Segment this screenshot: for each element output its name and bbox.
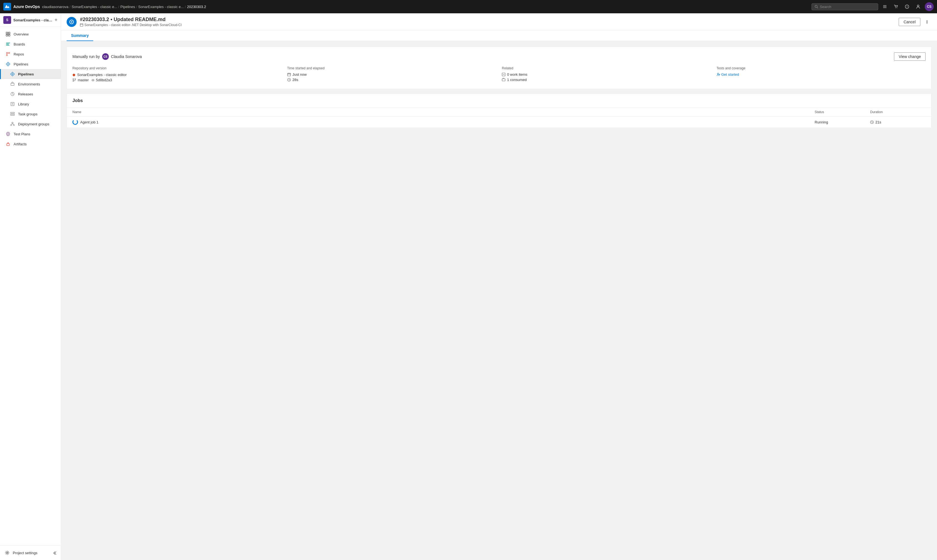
consumed-icon [502, 78, 505, 82]
pipelines-sub-icon [10, 71, 15, 77]
svg-point-40 [7, 552, 8, 554]
get-started-link[interactable]: Get started [717, 72, 739, 77]
svg-point-49 [73, 81, 74, 82]
sidebar-item-environments[interactable]: Environments [0, 79, 61, 89]
svg-rect-54 [288, 73, 291, 76]
jobs-card: Jobs Name Status Duration Agent job 1 Ru… [66, 94, 931, 128]
azure-devops-title: Azure DevOps [13, 5, 40, 9]
sidebar-item-repos[interactable]: Repos [0, 49, 61, 59]
overview-icon [5, 31, 11, 37]
commit-hash: 5d8bd2a3 [96, 78, 112, 82]
branch-row: master 5d8bd2a3 [72, 78, 282, 82]
sidebar-item-testplans[interactable]: Test Plans [0, 129, 61, 139]
tabs-bar: Summary [61, 31, 937, 41]
more-button[interactable] [923, 17, 931, 26]
svg-point-44 [927, 20, 928, 21]
sidebar-item-pipelines[interactable]: Pipelines [0, 59, 61, 69]
sidebar-item-pipelines-sub[interactable]: Pipelines [0, 69, 61, 79]
info-card-header: Manually run by CS Claudia Sonarova View… [72, 52, 926, 61]
page-title-area: #20230303.2 • Updated README.md SonarExa… [80, 17, 895, 27]
add-project-icon[interactable]: + [54, 17, 57, 23]
col-duration-header: Duration [870, 110, 926, 114]
search-input[interactable] [820, 5, 875, 9]
repo-diamond-icon: ◆ [72, 72, 76, 77]
collapse-icon[interactable] [52, 551, 56, 555]
search-box[interactable] [812, 3, 878, 10]
col-name-header: Name [72, 110, 815, 114]
duration-clock-icon [870, 120, 874, 124]
breadcrumb-pipeline[interactable]: SonarExamples - classic e... [138, 5, 184, 9]
sidebar-project[interactable]: S SonarExamples - clas... + [0, 13, 61, 27]
sep2: / [118, 5, 119, 9]
job-duration-text: 21s [875, 120, 881, 124]
sidebar-item-boards-label: Boards [14, 42, 25, 46]
info-grid: Repository and version ◆ SonarExamples -… [72, 66, 926, 83]
repo-col-title: Repository and version [72, 66, 282, 70]
sidebar-item-boards[interactable]: Boards [0, 39, 61, 49]
run-subtitle: SonarExamples - classic editor-.NET Desk… [84, 23, 182, 27]
job-name-cell[interactable]: Agent job 1 [72, 119, 815, 125]
view-change-button[interactable]: View change [894, 52, 926, 61]
help-icon-btn[interactable]: ? [903, 2, 911, 11]
svg-point-23 [8, 63, 9, 65]
sidebar-item-artifacts[interactable]: Artifacts [0, 139, 61, 149]
breadcrumb-org[interactable]: claudiasonarova [42, 5, 69, 9]
svg-point-18 [9, 52, 10, 54]
calendar-icon [287, 73, 291, 76]
sidebar-item-artifacts-label: Artifacts [14, 142, 27, 146]
svg-line-37 [12, 124, 14, 125]
sidebar-item-releases[interactable]: Releases [0, 89, 61, 99]
svg-point-9 [917, 5, 919, 7]
svg-text:?: ? [906, 6, 908, 8]
run-title: Updated README.md [114, 17, 165, 22]
job-duration-cell: 21s [870, 120, 926, 124]
azure-devops-logo[interactable]: Azure DevOps [3, 3, 40, 11]
releases-icon [10, 91, 15, 97]
svg-rect-10 [6, 32, 8, 34]
project-initials: S [6, 18, 8, 22]
person-icon-btn[interactable] [914, 2, 923, 11]
svg-point-38 [8, 134, 9, 134]
manually-run-text: Manually run by [72, 54, 100, 59]
project-icon: S [3, 16, 11, 24]
tab-summary[interactable]: Summary [66, 31, 93, 41]
svg-rect-11 [8, 32, 10, 34]
deploymentgroups-icon [10, 121, 15, 127]
jobs-table-header: Name Status Duration [67, 108, 931, 117]
svg-point-19 [6, 55, 8, 56]
get-started-text: Get started [721, 72, 739, 77]
shopping-icon-btn[interactable] [891, 2, 900, 11]
manually-run: Manually run by CS Claudia Sonarova [72, 53, 142, 60]
page-header-actions: Cancel [899, 17, 931, 26]
sidebar-item-deploymentgroups[interactable]: Deployment groups [0, 119, 61, 129]
table-row: Agent job 1 Running 21s [67, 117, 931, 128]
content-area: #20230303.2 • Updated README.md SonarExa… [61, 13, 937, 560]
branch-icon [72, 78, 76, 82]
svg-rect-13 [8, 34, 10, 36]
job-name-text: Agent job 1 [80, 120, 99, 124]
breadcrumb-pipelines[interactable]: Pipelines [120, 5, 135, 9]
list-icon-btn[interactable] [880, 2, 889, 11]
repos-icon [5, 51, 11, 57]
tests-col-title: Tests and coverage [717, 66, 926, 70]
svg-point-34 [11, 125, 12, 126]
svg-point-51 [92, 79, 94, 81]
info-col-related: Related 0 work items [502, 66, 711, 83]
avatar[interactable]: CS [925, 2, 934, 11]
sidebar-item-taskgroups[interactable]: Task groups [0, 109, 61, 119]
work-items-row: 0 work items [502, 72, 711, 77]
boards-icon [5, 42, 11, 47]
sidebar-item-library[interactable]: Library [0, 99, 61, 109]
svg-rect-3 [883, 6, 886, 7]
svg-rect-32 [11, 114, 14, 115]
breadcrumb-project[interactable]: SonarExamples - classic e... [72, 5, 117, 9]
library-icon [10, 101, 15, 107]
svg-rect-15 [6, 44, 9, 45]
sidebar-item-overview[interactable]: Overview [0, 29, 61, 39]
elapsed-time: 28s [293, 78, 298, 82]
work-items: 0 work items [507, 72, 527, 77]
cancel-button[interactable]: Cancel [899, 18, 920, 26]
svg-line-1 [817, 7, 818, 8]
time-col-title: Time started and elapsed [287, 66, 496, 70]
sidebar-item-settings[interactable]: Project settings [0, 548, 61, 558]
